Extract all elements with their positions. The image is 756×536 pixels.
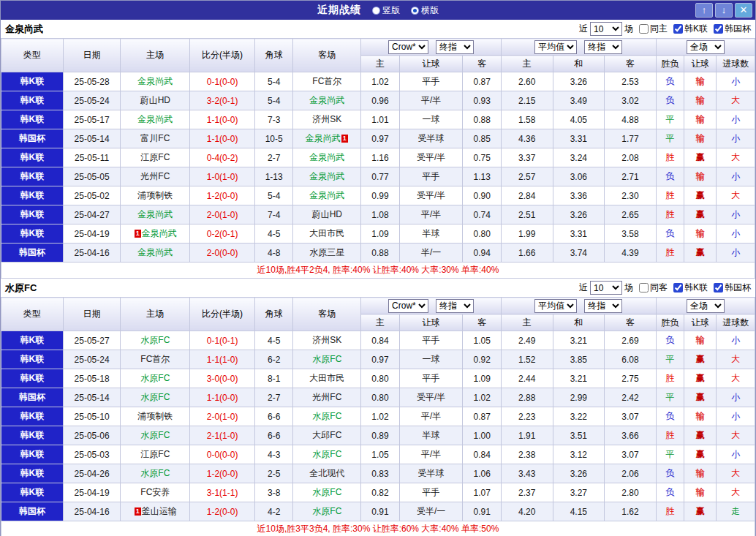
goals-result-cell: 大 [717,186,755,205]
home-team-cell: FC安养 [121,483,190,502]
handicap-away-odds-cell: 0.74 [463,205,501,224]
away-team-cell: 大田市民 [293,224,361,244]
table-row: 韩国杯25-05-14富川FC1-1(0-0)10-5金泉尚武10.97受半球0… [1,129,755,148]
close-button[interactable]: ✕ [735,3,752,18]
handicap-home-odds-cell: 0.77 [361,167,399,186]
league-cup-checkbox[interactable] [714,283,723,292]
league-cup-checkbox[interactable] [714,24,723,34]
col-result-header: 胜负 [656,314,684,331]
euro-final-select[interactable]: 终指 [584,40,622,54]
match-result-cell: 平 [656,110,684,129]
move-down-button[interactable]: ↓ [715,3,733,18]
score-cell: 1-1(0-0) [190,110,255,129]
league-type-cell: 韩K联 [1,426,64,445]
league-cup-option[interactable]: 韩国杯 [710,23,751,35]
home-team-cell: 金泉尚武 [121,72,190,91]
match-result-cell: 平 [656,129,684,148]
handicap-result-cell: 赢 [684,350,717,369]
summary-row: 近10场,胜4平2负4, 胜率:40% 让胜率:40% 大率:30% 单率:40… [1,263,755,279]
match-date-cell: 25-05-24 [63,91,121,110]
fullmatch-select[interactable]: 全场 [687,40,725,54]
table-row: 韩K联25-04-191金泉尚武0-2(0-1)4-5大田市民1.09半球0.8… [1,224,755,244]
team-name-text: 水原FC [140,430,170,440]
score-cell: 1-1(1-0) [190,350,255,369]
col-handicap-home-header: 主 [361,314,399,331]
home-team-cell: 浦项制铁 [121,407,190,426]
handicap-away-odds-cell: 1.13 [463,167,501,186]
table-row: 韩K联25-05-24蔚山HD3-2(0-1)5-4金泉尚武0.96平/半0.9… [1,91,755,110]
table-row: 韩K联25-04-26水原FC1-2(0-0)2-5全北现代0.83受半球1.0… [1,464,755,483]
horizontal-layout-radio[interactable]: 横版 [412,4,439,17]
league-type-cell: 韩K联 [1,148,64,167]
handicap-home-odds-cell: 1.01 [361,110,399,129]
handicap-away-odds-cell: 0.88 [463,110,501,129]
corner-score-cell: 1-13 [254,167,292,186]
handicap-away-odds-cell: 0.84 [463,445,501,464]
league-k-checkbox[interactable] [673,283,683,292]
league-type-cell: 韩K联 [1,110,64,129]
avg-draw-odds-cell: 3.12 [553,445,605,464]
handicap-home-odds-cell: 0.99 [361,186,399,205]
avg-away-odds-cell: 2.65 [605,205,657,224]
league-type-cell: 韩K联 [1,224,64,244]
team-name-text: 水原FC [140,468,170,478]
league-k-option[interactable]: 韩K联 [670,23,708,35]
radio-unchecked-icon [373,7,379,14]
filter-controls: 近 10 场 同主 韩K联 韩国杯 [579,22,751,36]
vertical-layout-radio[interactable]: 竖版 [373,4,400,17]
handicap-line-cell: 受半/一 [399,502,463,521]
col-avg-away-header: 客 [605,314,657,331]
home-team-cell: 江原FC [121,148,190,167]
match-count-select[interactable]: 10 [590,22,622,36]
avg-away-odds-cell: 1.62 [605,502,657,521]
same-venue-option[interactable]: 同客 [635,282,668,294]
odds-company-select[interactable]: Crow* [388,299,428,313]
handicap-result-cell: 赢 [684,244,717,263]
odds-company-select[interactable]: Crow* [388,40,428,54]
handicap-result-cell: 输 [684,407,717,426]
fullmatch-select[interactable]: 全场 [687,299,725,313]
same-venue-checkbox[interactable] [639,283,649,292]
match-date-cell: 25-05-11 [63,148,121,167]
handicap-final-select[interactable]: 终指 [436,40,474,54]
same-venue-option[interactable]: 同主 [635,23,668,35]
handicap-away-odds-cell: 0.91 [463,502,501,521]
team-name-text: 水原FC [312,487,341,497]
home-team-cell: 1金泉尚武 [121,224,190,244]
league-cup-option[interactable]: 韩国杯 [710,282,751,294]
league-k-checkbox[interactable] [673,24,683,34]
match-count-select[interactable]: 10 [590,281,622,295]
average-select[interactable]: 平均值 [534,40,577,54]
goals-result-cell: 大 [717,148,755,167]
league-cup-label: 韩国杯 [725,282,751,294]
score-cell: 0-2(0-1) [190,224,255,244]
away-team-cell: 全北现代 [293,464,361,483]
league-k-option[interactable]: 韩K联 [670,282,708,294]
away-team-cell: 水原FC [293,407,361,426]
match-result-cell: 胜 [656,426,684,445]
corner-score-cell: 5-4 [254,186,292,205]
section-controls: 金泉尚武 近 10 场 同主 韩K联 韩国杯 [1,20,755,38]
team-section-1: 金泉尚武 近 10 场 同主 韩K联 韩国杯 类型 日期 主场 [1,20,755,279]
avg-home-odds-cell: 1.91 [501,426,553,445]
move-up-button[interactable]: ↑ [695,3,713,18]
away-team-cell: 金泉尚武1 [293,129,361,148]
avg-home-odds-cell: 3.43 [501,464,553,483]
table-row: 韩K联25-05-18水原FC3-0(0-0)8-1大田市民0.80平手1.09… [1,369,755,388]
home-team-cell: 水原FC [121,331,190,350]
handicap-final-select[interactable]: 终指 [436,299,474,313]
col-handicap-away-header: 客 [463,56,501,72]
same-venue-checkbox[interactable] [639,24,649,34]
euro-final-select[interactable]: 终指 [584,299,622,313]
match-result-cell: 负 [656,167,684,186]
table-row: 韩K联25-05-17金泉尚武1-1(0-0)7-3济州SK1.01一球0.88… [1,110,755,129]
handicap-away-odds-cell: 0.85 [463,129,501,148]
table-row: 韩K联25-05-05光州FC1-0(1-0)1-13金泉尚武0.77平手1.1… [1,167,755,186]
corner-score-cell: 4-2 [254,502,292,521]
match-date-cell: 25-05-18 [63,369,121,388]
home-team-cell: 富川FC [121,129,190,148]
match-result-cell: 负 [656,464,684,483]
average-select[interactable]: 平均值 [534,299,577,313]
table-row: 韩国杯25-05-14水原FC1-1(0-0)2-7光州FC0.80受平/半1.… [1,388,755,407]
league-type-cell: 韩K联 [1,369,64,388]
